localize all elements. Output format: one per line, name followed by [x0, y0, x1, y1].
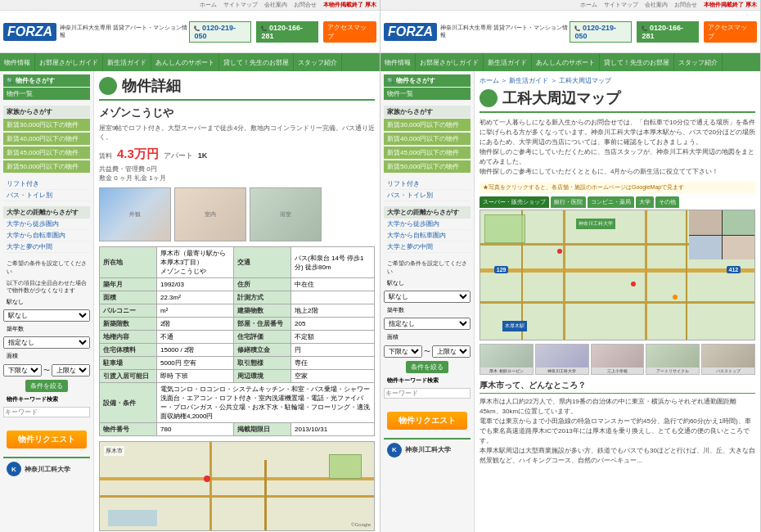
- nav-support-left[interactable]: あんしんのサポート: [151, 53, 219, 71]
- sidebar-feature-bath-r[interactable]: バス・トイレ別: [384, 190, 471, 201]
- poi-marker-2: [631, 282, 636, 286]
- sidebar-feature-lift-r[interactable]: リフト付き: [384, 178, 471, 190]
- sidebar-distance-title: 大学との距離からさがす: [3, 206, 90, 219]
- map-tab-3[interactable]: 大学: [636, 196, 654, 208]
- search-btn-left[interactable]: 条件を絞る: [25, 380, 68, 392]
- sidebar-price-45[interactable]: 新賃45,000円以下の物件: [3, 147, 90, 160]
- sidebar-bike-r[interactable]: 大学から自転車圏内: [384, 230, 471, 241]
- station-select-left[interactable]: 駅なし: [3, 309, 90, 322]
- sidebar-bike[interactable]: 大学から自転車圏内: [3, 230, 90, 241]
- area-min-left[interactable]: 下限なし: [3, 364, 42, 376]
- sidebar-feature-lift[interactable]: リフト付き: [3, 178, 90, 190]
- detail-table: 所在地 厚木市（最寄り駅から本厚木3丁目）メゾンこうじや 交通 バス(和泉台 1…: [99, 246, 375, 436]
- property-map[interactable]: 厚木市 ©Google: [99, 441, 375, 531]
- station-select-right[interactable]: 駅なし: [384, 291, 471, 303]
- content-area-right: 物件をさがす 物件一覧 家族からさがす 新賃30,000円以下の物件 新賃40,…: [380, 71, 760, 532]
- sidebar-price-50-r[interactable]: 新賃50,000円以下の物件: [384, 160, 471, 174]
- sidebar-price-30-r[interactable]: 新賃30,000円以下の物件: [384, 119, 471, 132]
- place-item-0[interactable]: 厚木 相鉄ローゼン: [480, 344, 534, 375]
- main-nav-left: 物件情報 お部屋さがしガイド 新生活ガイド あんしんのサポート 貸して！先生のお…: [0, 53, 380, 71]
- area-max-left[interactable]: 上限なし: [52, 364, 90, 376]
- page-title-left: 物件詳細: [122, 76, 181, 96]
- map-tab-4[interactable]: その他: [655, 196, 679, 208]
- price-row: 賃料 4.3万円 アパート 1K: [99, 147, 375, 162]
- area-min-right[interactable]: 下限なし: [384, 345, 422, 358]
- top-link-company-r[interactable]: 会社案内: [645, 1, 668, 9]
- place-img-3: [646, 345, 699, 367]
- request-btn-right[interactable]: 物件リクエスト: [387, 412, 467, 430]
- nav-guide-right[interactable]: お部屋さがしガイド: [416, 53, 484, 71]
- nav-staff-left[interactable]: スタッフ紹介: [294, 53, 342, 71]
- logo-forza-left: FORZA: [3, 23, 56, 41]
- price-label: 賃料: [99, 151, 112, 160]
- keyword-input-right[interactable]: [384, 388, 471, 399]
- sidebar-walk[interactable]: 大学から徒歩圏内: [3, 219, 90, 230]
- table-row: 所在地 厚木市（最寄り駅から本厚木3丁目）メゾンこうじや 交通 バス(和泉台 1…: [100, 247, 375, 278]
- sidebar-property-list[interactable]: 物件一覧: [3, 88, 90, 101]
- area-max-right[interactable]: 上限なし: [432, 345, 471, 358]
- nav-staff-right[interactable]: スタッフ紹介: [674, 53, 723, 71]
- age-select-left[interactable]: 指定なし: [3, 336, 90, 349]
- search-btn-right[interactable]: 条件を絞る: [406, 361, 448, 373]
- thumb-4[interactable]: [723, 236, 755, 260]
- nav-newlife-right[interactable]: 新生活ガイド: [484, 53, 532, 71]
- place-item-3[interactable]: アートリサイクル: [646, 344, 700, 375]
- thumb-2[interactable]: [723, 210, 755, 235]
- floor-plan: 1K: [198, 151, 208, 160]
- request-btn-left[interactable]: 物件リクエスト: [7, 431, 87, 449]
- map-tab-0[interactable]: スーパー・販売ショップ: [480, 196, 549, 208]
- sidebar-price-30[interactable]: 新賃30,000円以下の物件: [3, 119, 90, 132]
- top-link-company[interactable]: 会社案内: [264, 1, 287, 9]
- sidebar-property-list-r[interactable]: 物件一覧: [384, 88, 471, 101]
- place-item-4[interactable]: バスストップ: [701, 344, 755, 375]
- place-item-2[interactable]: 三上小学校: [591, 344, 645, 375]
- sidebar-price-50[interactable]: 新賃50,000円以下の物件: [3, 160, 90, 174]
- map-thumbnails: [689, 210, 754, 259]
- nav-teacher-left[interactable]: 貸して！先生のお部屋: [219, 53, 294, 71]
- top-link-home-r[interactable]: ホーム: [580, 1, 597, 9]
- sidebar-walk-r[interactable]: 大学から徒歩圏内: [384, 219, 471, 230]
- access-btn-left[interactable]: アクセスマップ: [323, 21, 376, 43]
- top-link-sitemap-r[interactable]: サイトマップ: [604, 1, 638, 9]
- nav-teacher-right[interactable]: 貸して！先生のお部屋: [600, 53, 674, 71]
- place-item-1[interactable]: 神奈川工科大学: [535, 344, 589, 375]
- thumb-1[interactable]: [689, 210, 722, 235]
- nav-guide-left[interactable]: お部屋さがしガイド: [35, 53, 103, 71]
- map-tab-2[interactable]: コンビニ・薬局: [588, 196, 634, 208]
- road-vertical: [209, 442, 212, 530]
- main-road-v1: [563, 210, 565, 340]
- sidebar-price-section-r: 家族からさがす 新賃30,000円以下の物件 新賃40,000円以下の物件 新賃…: [384, 106, 471, 174]
- map-route-129: 129: [494, 266, 509, 273]
- sidebar-features-section: リフト付き バス・トイレ別: [3, 178, 90, 201]
- poi-marker-3: [673, 295, 678, 300]
- keyword-input-left[interactable]: [3, 407, 90, 417]
- nav-support-right[interactable]: あんしんのサポート: [532, 53, 600, 71]
- sidebar-distance-section: 大学との距離からさがす 大学から徒歩圏内 大学から自転車圏内 大学と夢の中間: [3, 206, 90, 253]
- site-header-left: FORZA 神奈川工科大生専用 賃貸アパート・マンション情報 📞 0120-21…: [0, 11, 380, 53]
- top-link-contact[interactable]: お問合せ: [294, 1, 317, 9]
- place-img-1: [536, 345, 588, 367]
- sidebar-middle-r[interactable]: 大学と夢の中間: [384, 241, 471, 253]
- main-content-right: ホーム ＞ 新生活ガイド ＞ 工科大周辺マップ 工科大周辺マップ 初めて一人暮ら…: [475, 71, 760, 532]
- nav-newlife-left[interactable]: 新生活ガイド: [103, 53, 151, 71]
- sidebar-price-45-r[interactable]: 新賃45,000円以下の物件: [384, 147, 471, 160]
- map-tab-1[interactable]: 銀行・医院: [551, 196, 586, 208]
- sidebar-feature-bath[interactable]: バス・トイレ別: [3, 190, 90, 201]
- thumb-3[interactable]: [689, 236, 722, 260]
- nav-property-left[interactable]: 物件情報: [0, 53, 35, 71]
- page-title-right: 工科大周辺マップ: [502, 88, 620, 108]
- top-link-sitemap[interactable]: サイトマップ: [223, 1, 258, 9]
- content-area-left: 物件をさがす 物件一覧 家族からさがす 新賃30,000円以下の物件 新賃40,…: [0, 71, 380, 532]
- road-h2: [100, 495, 374, 498]
- area-map: 神奈川工科大学 本厚木駅 129 412: [480, 210, 755, 340]
- age-select-right[interactable]: 指定なし: [384, 318, 471, 330]
- map-tabs: スーパー・販売ショップ 銀行・医院 コンビニ・薬局 大学 その他: [480, 196, 755, 208]
- top-link-home[interactable]: ホーム: [200, 1, 217, 9]
- sidebar-price-40[interactable]: 新賃40,000円以下の物件: [3, 133, 90, 146]
- access-btn-right[interactable]: アクセスマップ: [704, 21, 757, 43]
- sidebar-price-40-r[interactable]: 新賃40,000円以下の物件: [384, 133, 471, 146]
- nav-property-right[interactable]: 物件情報: [380, 53, 416, 71]
- sidebar-middle[interactable]: 大学と夢の中間: [3, 241, 90, 253]
- sidebar-family-title-r: 家族からさがす: [384, 106, 471, 118]
- top-link-contact-r[interactable]: お問合せ: [674, 1, 697, 9]
